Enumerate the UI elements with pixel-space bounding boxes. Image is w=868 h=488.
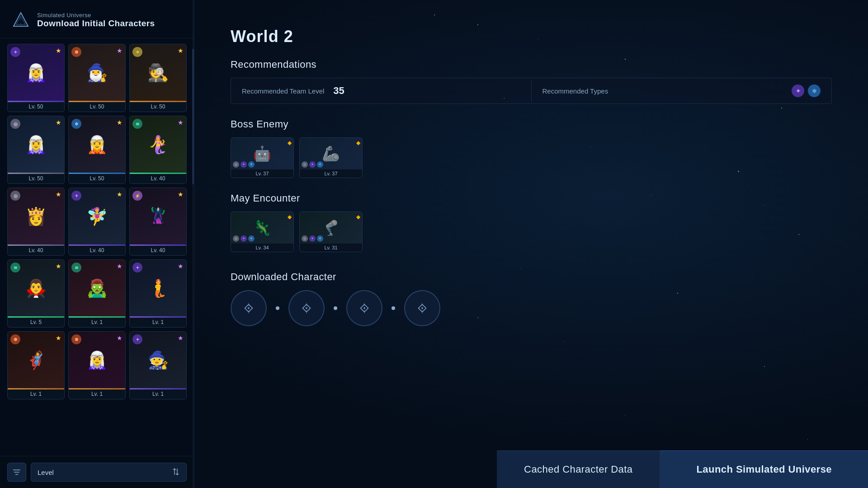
downloaded-slot-3[interactable] bbox=[404, 290, 440, 326]
sort-label: Level bbox=[38, 469, 54, 476]
slot-separator-0 bbox=[276, 306, 279, 310]
char-level-0: Lv. 50 bbox=[8, 102, 64, 112]
downloaded-slot-2[interactable] bbox=[346, 290, 382, 326]
char-card-13[interactable]: 🧝‍♀️ ✺ ★ Lv. 1 bbox=[68, 331, 126, 399]
cached-character-data-button[interactable]: Cached Character Data bbox=[497, 450, 660, 488]
filter-bar: Level bbox=[0, 456, 194, 488]
char-rarity-icon-12: ★ bbox=[56, 334, 61, 342]
encounter-rarity-1: ◆ bbox=[356, 214, 360, 220]
char-rarity-icon-0: ★ bbox=[56, 47, 61, 54]
svg-point-7 bbox=[248, 307, 250, 309]
char-card-5[interactable]: 🧜‍♀️ ≋ ★ Lv. 40 bbox=[129, 116, 187, 184]
app-title: Download Initial Characters bbox=[37, 19, 155, 28]
encounter-level-1: Lv. 31 bbox=[300, 244, 362, 252]
char-card-6[interactable]: 👸 ◎ ★ Lv. 40 bbox=[7, 188, 65, 256]
char-card-4[interactable]: 🧝 ❄ ★ Lv. 50 bbox=[68, 116, 126, 184]
char-type-icon-0: ✦ bbox=[10, 47, 20, 57]
char-level-2: Lv. 50 bbox=[130, 102, 186, 112]
enc-dot-2: ❄ bbox=[248, 235, 255, 242]
char-type-icon-6: ◎ bbox=[10, 191, 20, 201]
char-card-10[interactable]: 🧟‍♂️ ≋ ★ Lv. 1 bbox=[68, 259, 126, 328]
char-type-icon-4: ❄ bbox=[71, 119, 81, 129]
char-rarity-icon-3: ★ bbox=[56, 119, 61, 126]
enemy-rarity-1: ◆ bbox=[356, 140, 360, 146]
char-type-icon-7: ✦ bbox=[71, 191, 81, 201]
enemy-dot-1: ✦ bbox=[241, 161, 247, 168]
char-type-icon-14: ✦ bbox=[132, 334, 142, 344]
enemy-type-icons-1: ◎ ✦ ❄ bbox=[302, 161, 323, 168]
slot-diamond-icon-2 bbox=[358, 301, 371, 315]
encounter-rarity-0: ◆ bbox=[288, 214, 292, 220]
recommendations-row: Recommended Team Level 35 Recommended Ty… bbox=[231, 78, 832, 104]
team-level-item: Recommended Team Level 35 bbox=[231, 79, 531, 103]
slot-separator-1 bbox=[334, 306, 337, 310]
recommended-types-label: Recommended Types bbox=[542, 87, 609, 95]
char-type-icon-12: ✺ bbox=[10, 334, 20, 344]
char-rarity-icon-2: ★ bbox=[178, 47, 184, 54]
char-rarity-icon-6: ★ bbox=[56, 191, 61, 198]
recommendations-label: Recommendations bbox=[231, 59, 832, 70]
downloaded-label: Downloaded Character bbox=[231, 271, 832, 283]
char-type-icon-11: ✦ bbox=[132, 263, 142, 272]
encounter-type-icons-0: ◎ ✦ ❄ bbox=[233, 235, 255, 242]
char-level-1: Lv. 50 bbox=[69, 102, 125, 112]
world-title: World 2 bbox=[231, 27, 832, 46]
char-rarity-icon-5: ★ bbox=[178, 119, 184, 126]
bottom-buttons: Cached Character Data Launch Simulated U… bbox=[497, 450, 868, 488]
enc-dot-2: ❄ bbox=[317, 235, 323, 242]
char-level-6: Lv. 40 bbox=[8, 246, 64, 255]
char-card-9[interactable]: 🧛‍♂️ ≋ ★ Lv. 5 bbox=[7, 259, 65, 328]
char-type-icon-5: ≋ bbox=[132, 119, 142, 129]
char-card-14[interactable]: 🧙 ✦ ★ Lv. 1 bbox=[129, 331, 187, 399]
type-quantum-icon: ✦ bbox=[792, 84, 804, 97]
char-card-12[interactable]: 🦸‍♀️ ✺ ★ Lv. 1 bbox=[7, 331, 65, 399]
enemy-dot-2: ❄ bbox=[248, 161, 255, 168]
app-logo-icon bbox=[11, 10, 31, 30]
app-header: Simulated Universe Download Initial Char… bbox=[0, 0, 194, 38]
char-card-1[interactable]: 🧙‍♂️ ✺ ★ Lv. 50 bbox=[68, 44, 126, 112]
enemy-dot-1: ✦ bbox=[309, 161, 316, 168]
char-level-14: Lv. 1 bbox=[130, 389, 186, 399]
encounter-art-1: 🦿 ◆ ◎ ✦ ❄ bbox=[300, 212, 362, 244]
char-type-icon-8: ⚡ bbox=[132, 191, 142, 201]
enc-dot-1: ✦ bbox=[241, 235, 247, 242]
downloaded-slot-0[interactable] bbox=[231, 290, 267, 326]
svg-point-19 bbox=[421, 307, 423, 309]
slot-separator-2 bbox=[392, 306, 395, 310]
slot-diamond-icon-3 bbox=[415, 301, 429, 315]
recommendations-section: Recommendations Recommended Team Level 3… bbox=[231, 59, 832, 104]
enc-dot-0: ◎ bbox=[302, 235, 308, 242]
char-card-7[interactable]: 🧚‍♀️ ✦ ★ Lv. 40 bbox=[68, 188, 126, 256]
char-level-5: Lv. 40 bbox=[130, 174, 186, 183]
team-level-label: Recommended Team Level bbox=[242, 87, 324, 95]
char-card-2[interactable]: 🕵️ ✧ ★ Lv. 50 bbox=[129, 44, 187, 112]
enemy-art-1: 🦾 ◆ ◎ ✦ ❄ bbox=[300, 138, 362, 169]
char-level-3: Lv. 50 bbox=[8, 174, 64, 183]
char-type-icon-10: ≋ bbox=[71, 263, 81, 272]
char-card-11[interactable]: 🧜 ✦ ★ Lv. 1 bbox=[129, 259, 187, 328]
character-grid: 🧝‍♀️ ✦ ★ Lv. 50 🧙‍♂️ ✺ ★ Lv. 50 🕵️ bbox=[0, 38, 194, 456]
char-type-icon-1: ✺ bbox=[71, 47, 81, 57]
svg-point-15 bbox=[363, 307, 365, 309]
char-card-3[interactable]: 🧝‍♀️ ◎ ★ Lv. 50 bbox=[7, 116, 65, 184]
downloaded-slots bbox=[231, 290, 832, 326]
boss-enemy-row: 🤖 ◆ ◎ ✦ ❄ Lv. 37 🦾 ◆ ◎ ✦ ❄ Lv. 37 bbox=[231, 137, 832, 178]
boss-enemy-label: Boss Enemy bbox=[231, 118, 832, 130]
filter-button[interactable] bbox=[7, 463, 26, 482]
char-rarity-icon-10: ★ bbox=[117, 263, 123, 270]
char-level-12: Lv. 1 bbox=[8, 389, 64, 399]
downloaded-slot-1[interactable] bbox=[288, 290, 325, 326]
type-ice-icon: ❄ bbox=[808, 84, 821, 97]
enemy-level-0: Lv. 37 bbox=[231, 169, 293, 178]
may-encounter-section: May Encounter 🦎 ◆ ◎ ✦ ❄ Lv. 34 🦿 ◆ ◎ ✦ ❄ bbox=[231, 192, 832, 252]
sort-button[interactable]: Level bbox=[31, 463, 187, 482]
char-card-8[interactable]: 🦹‍♀️ ⚡ ★ Lv. 40 bbox=[129, 188, 187, 256]
app-subtitle: Simulated Universe bbox=[37, 12, 155, 19]
recommended-types-icons: ✦ ❄ bbox=[792, 84, 821, 97]
char-card-0[interactable]: 🧝‍♀️ ✦ ★ Lv. 50 bbox=[7, 44, 65, 112]
char-rarity-icon-9: ★ bbox=[56, 263, 61, 270]
boss-enemy-card-0: 🤖 ◆ ◎ ✦ ❄ Lv. 37 bbox=[231, 137, 294, 178]
launch-simulated-universe-button[interactable]: Launch Simulated Universe bbox=[660, 450, 868, 488]
encounter-type-icons-1: ◎ ✦ ❄ bbox=[302, 235, 323, 242]
enemy-rarity-0: ◆ bbox=[288, 140, 292, 146]
